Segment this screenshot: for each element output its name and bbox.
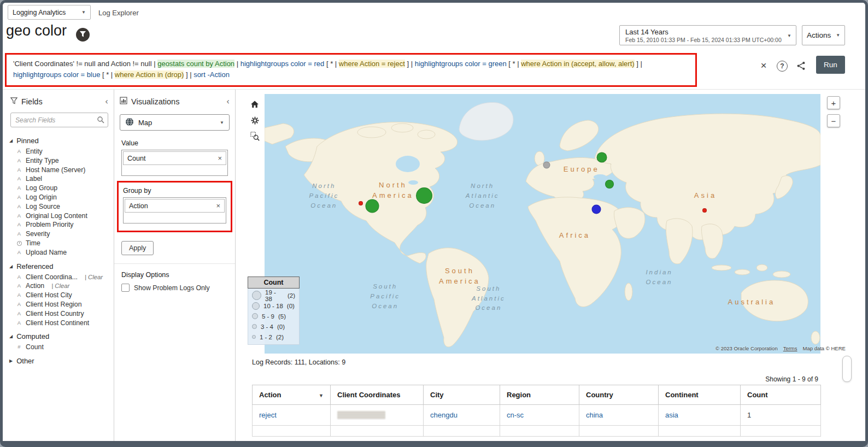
cell-text[interactable]: asia xyxy=(665,411,678,419)
field-item[interactable]: AAction| Clear xyxy=(5,281,114,291)
zoom-out-button[interactable]: − xyxy=(827,114,840,127)
share-icon[interactable] xyxy=(796,61,806,73)
problem-logs-checkbox[interactable] xyxy=(121,284,130,292)
group-by-drop-area[interactable]: Action × xyxy=(123,197,226,224)
field-item[interactable]: Time xyxy=(5,239,114,248)
text-field-icon: A xyxy=(16,175,22,183)
apply-button[interactable]: Apply xyxy=(121,241,154,255)
cell-count: 1 xyxy=(741,405,821,426)
map-bubble-red[interactable] xyxy=(359,201,363,205)
field-item[interactable]: AClient Host Region xyxy=(5,300,114,309)
app-selector-dropdown[interactable]: Logging Analytics ▼ xyxy=(8,5,91,20)
field-section-pinned[interactable]: ◢Pinned xyxy=(5,132,114,147)
show-problem-logs-row[interactable]: Show Problem Logs Only xyxy=(121,284,228,292)
field-item[interactable]: ALog Origin xyxy=(5,193,114,202)
table-row: rejectchengducn-scchinaasia1 xyxy=(253,405,821,426)
map-bubble-blue[interactable] xyxy=(592,204,601,214)
query-input[interactable]: 'Client Coordinates' != null and Action … xyxy=(7,55,695,85)
cell-text[interactable]: cn-sc xyxy=(507,411,524,419)
legend-row[interactable]: 10 - 18(0) xyxy=(248,301,299,311)
text-field-icon: A xyxy=(16,221,22,229)
field-item[interactable]: AOriginal Log Content xyxy=(5,211,114,221)
column-header-region[interactable]: Region xyxy=(500,385,579,405)
field-section-referenced[interactable]: ◢Referenced xyxy=(5,257,114,273)
actions-button[interactable]: Actions ▼ xyxy=(802,25,845,45)
home-icon[interactable] xyxy=(250,99,260,109)
legend-size-dot xyxy=(252,302,260,310)
field-section-other[interactable]: ▶Other xyxy=(5,352,114,367)
column-header-count[interactable]: Count xyxy=(741,385,821,405)
value-chip[interactable]: Count × xyxy=(123,151,226,165)
saved-search-filter-badge[interactable] xyxy=(76,28,90,42)
legend-row[interactable]: 3 - 4(0) xyxy=(248,321,299,332)
help-icon[interactable]: ? xyxy=(777,61,788,72)
number-field-icon: # xyxy=(16,343,22,351)
column-header-client-coordinates[interactable]: Client Coordinates xyxy=(331,385,424,405)
legend-row[interactable]: 5 - 9(5) xyxy=(248,311,299,321)
field-clear-link[interactable]: | Clear xyxy=(85,273,103,281)
collapse-visualizations-panel-icon[interactable]: ‹ xyxy=(226,97,230,107)
funnel-icon xyxy=(79,30,86,40)
text-field-icon: A xyxy=(16,212,22,220)
query-segment: where Action in (drop) xyxy=(115,70,184,79)
remove-value-icon[interactable]: × xyxy=(218,154,222,162)
section-collapsed-icon: ▶ xyxy=(9,358,13,363)
field-item[interactable]: AClient Host Country xyxy=(5,309,114,319)
cell-city: chengdu xyxy=(424,405,500,426)
column-header-action[interactable]: ▼Action xyxy=(253,385,331,405)
collapse-fields-panel-icon[interactable]: ‹ xyxy=(105,97,108,107)
map-bubble-green[interactable] xyxy=(416,187,432,204)
gear-icon[interactable] xyxy=(250,115,260,125)
cell-text[interactable]: chengdu xyxy=(430,411,458,419)
field-item[interactable]: ASeverity xyxy=(5,230,114,239)
field-item[interactable]: AHost Name (Server) xyxy=(5,166,114,175)
terms-link[interactable]: Terms xyxy=(783,345,797,351)
run-button[interactable]: Run xyxy=(816,56,845,74)
field-item[interactable]: AClient Coordina...| Clear xyxy=(5,273,114,282)
field-item[interactable]: #Count xyxy=(5,343,114,352)
map-bubble-green[interactable] xyxy=(605,180,614,189)
field-item[interactable]: AClient Host City xyxy=(5,291,114,300)
value-drop-area[interactable]: Count × xyxy=(121,150,228,176)
map-bubble-gray[interactable] xyxy=(543,162,550,169)
map-canvas[interactable]: North Pacific OceanNorth AmericaNorth At… xyxy=(265,94,820,354)
map-bubble-green[interactable] xyxy=(597,152,607,162)
date-range-picker[interactable]: Last 14 Years Feb 15, 2010 01:33 PM - Fe… xyxy=(619,25,796,45)
chevron-down-icon: ▼ xyxy=(787,33,791,38)
vertical-scrollbar[interactable] xyxy=(842,356,852,382)
map-bubble-green[interactable] xyxy=(366,199,379,213)
field-item[interactable]: ALog Group xyxy=(5,184,114,193)
text-field-icon: A xyxy=(16,184,22,192)
field-item[interactable]: AClient Host Continent xyxy=(5,319,114,328)
chevron-down-icon: ▼ xyxy=(220,120,224,125)
column-header-continent[interactable]: Continent xyxy=(659,385,741,405)
group-by-chip[interactable]: Action × xyxy=(125,199,225,213)
field-name: Entity Type xyxy=(26,157,59,165)
field-item[interactable]: ALog Source xyxy=(5,202,114,211)
legend-row[interactable]: 19 - 38(2) xyxy=(248,290,299,301)
field-name: Upload Name xyxy=(26,249,67,257)
zoom-in-button[interactable]: + xyxy=(827,96,840,109)
field-item[interactable]: AProblem Priority xyxy=(5,220,114,230)
column-header-city[interactable]: City xyxy=(424,385,500,405)
map-bubble-red[interactable] xyxy=(702,208,707,213)
legend-range-label: 3 - 4 xyxy=(261,324,273,330)
search-fields-input[interactable] xyxy=(10,113,108,127)
field-item[interactable]: AEntity xyxy=(5,147,114,156)
text-field-icon: A xyxy=(16,166,22,174)
field-clear-link[interactable]: | Clear xyxy=(51,282,69,290)
remove-group-by-icon[interactable]: × xyxy=(216,202,220,210)
chart-type-select[interactable]: Map ▼ xyxy=(120,114,230,131)
zoom-selection-icon[interactable] xyxy=(250,131,260,141)
cell-text[interactable]: reject xyxy=(259,411,277,419)
field-section-computed[interactable]: ◢Computed xyxy=(5,327,114,343)
filter-caret-icon[interactable]: ▼ xyxy=(319,393,324,398)
clear-query-icon[interactable]: × xyxy=(757,59,770,72)
field-item[interactable]: ALabel xyxy=(5,174,114,184)
fields-sections: ◢PinnedAEntityAEntity TypeAHost Name (Se… xyxy=(5,132,114,367)
column-header-country[interactable]: Country xyxy=(579,385,659,405)
field-item[interactable]: AEntity Type xyxy=(5,156,114,166)
cell-text[interactable]: china xyxy=(586,411,603,419)
legend-row[interactable]: 1 - 2(2) xyxy=(248,332,299,342)
field-item[interactable]: AUpload Name xyxy=(5,248,114,257)
